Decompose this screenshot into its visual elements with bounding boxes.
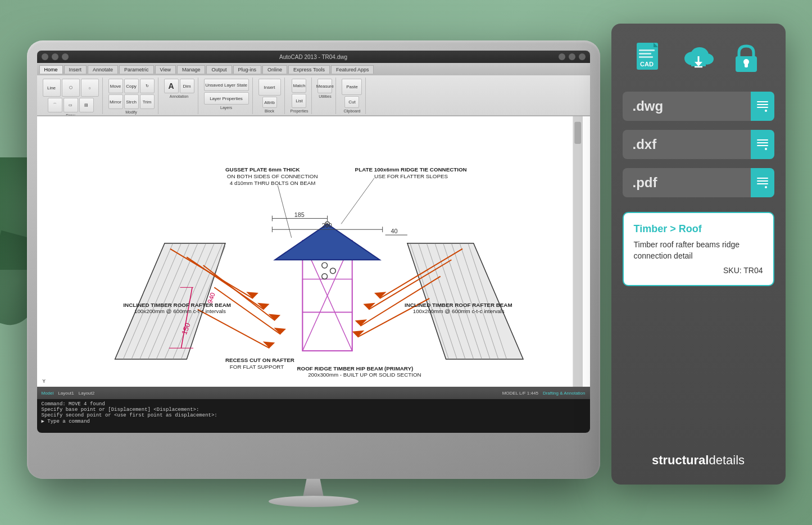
ribbon-btn-hatch[interactable]: ▤ bbox=[79, 98, 94, 112]
svg-text:RECESS CUT ON RAFTER: RECESS CUT ON RAFTER bbox=[225, 357, 294, 363]
icons-row: CAD bbox=[623, 40, 774, 77]
autocad-ribbon: Home Insert Annotate Parametric View Man… bbox=[37, 63, 590, 116]
ribbon-row-2: ⌒ ▭ ▤ bbox=[48, 98, 94, 112]
ribbon-row-3: Move Copy ↻ bbox=[108, 79, 155, 93]
tab-view[interactable]: View bbox=[155, 65, 176, 74]
autocad-titlebar: AutoCAD 2013 - TR04.dwg bbox=[37, 51, 590, 63]
ribbon-btn-cut[interactable]: Cut bbox=[344, 96, 359, 108]
lock-icon[interactable] bbox=[728, 40, 764, 77]
ribbon-btn-move[interactable]: Move bbox=[108, 79, 123, 93]
command-line-4[interactable]: ▶ Type a command bbox=[42, 418, 586, 424]
titlebar-btn-3 bbox=[62, 53, 69, 60]
ribbon-btn-arc[interactable]: ⌒ bbox=[48, 98, 62, 112]
autocad-commandline: Command: MOVE 4 found Specify base point… bbox=[37, 399, 590, 433]
info-card: Timber > Roof Timber roof rafter beams r… bbox=[623, 212, 774, 286]
layout2-tab[interactable]: Layout2 bbox=[79, 391, 94, 396]
main-layout: AutoCAD 2013 - TR04.dwg Home Insert Anno… bbox=[27, 40, 786, 485]
ribbon-group-utilities: Measure Utilities bbox=[314, 78, 336, 114]
stand-neck bbox=[297, 479, 330, 496]
ribbon-btn-paste[interactable]: Paste bbox=[342, 79, 362, 95]
ribbon-group-annotation: A Dim Annotation bbox=[161, 78, 198, 114]
autocad-ui: AutoCAD 2013 - TR04.dwg Home Insert Anno… bbox=[37, 51, 590, 433]
tab-dot-1 bbox=[765, 110, 767, 112]
tab-line-9 bbox=[757, 183, 768, 184]
autocad-statusbar: Model Layout1 Layout2 MODEL L/F 1:445 Dr… bbox=[37, 387, 590, 399]
ribbon-label-layers: Layers bbox=[220, 106, 232, 110]
dxf-label: .dxf bbox=[623, 137, 751, 152]
tab-insert[interactable]: Insert bbox=[64, 65, 87, 74]
tab-featured[interactable]: Featured Apps bbox=[331, 65, 374, 74]
tab-online[interactable]: Online bbox=[262, 65, 287, 74]
dwg-button[interactable]: .dwg bbox=[623, 92, 774, 121]
titlebar-btn-2 bbox=[52, 53, 58, 60]
layout1-tab[interactable]: Layout1 bbox=[58, 391, 74, 396]
monitor: AutoCAD 2013 - TR04.dwg Home Insert Anno… bbox=[27, 40, 600, 479]
monitor-screen: AutoCAD 2013 - TR04.dwg Home Insert Anno… bbox=[37, 51, 590, 433]
ribbon-btn-layer-props[interactable]: Layer Properties bbox=[204, 92, 249, 105]
tab-line-8 bbox=[757, 180, 768, 182]
ribbon-btn-stretch[interactable]: Strch bbox=[124, 94, 139, 109]
ribbon-btn-copy[interactable]: Copy bbox=[124, 79, 139, 93]
svg-text:200x300mm - BUILT UP OR SOLID : 200x300mm - BUILT UP OR SOLID SECTION bbox=[308, 372, 421, 378]
ribbon-btn-insert[interactable]: Insert bbox=[258, 79, 281, 96]
svg-text:CAD: CAD bbox=[640, 61, 654, 67]
info-description: Timber roof rafter beams ridge connectio… bbox=[634, 239, 763, 261]
ribbon-btn-text[interactable]: A bbox=[164, 79, 179, 93]
tab-parametric[interactable]: Parametric bbox=[119, 65, 154, 74]
ribbon-btn-circle[interactable]: ○ bbox=[81, 79, 99, 97]
ribbon-group-layers: Unsaved Layer State Layer Properties Lay… bbox=[201, 78, 253, 114]
tab-dot-3 bbox=[765, 186, 767, 188]
ribbon-group-block: Insert Attrib Block bbox=[255, 78, 285, 114]
tab-home[interactable]: Home bbox=[39, 65, 63, 74]
svg-text:PLATE 100x6mm RIDGE TIE CONNEC: PLATE 100x6mm RIDGE TIE CONNECTION bbox=[355, 166, 466, 173]
ribbon-btn-mirror[interactable]: Mirror bbox=[108, 94, 123, 109]
ribbon-tabs: Home Insert Annotate Parametric View Man… bbox=[37, 63, 590, 75]
ribbon-btn-match-prop[interactable]: Match bbox=[292, 79, 306, 93]
brand-regular: details bbox=[709, 453, 745, 467]
autocad-canvas[interactable]: 150 940 185 bbox=[37, 116, 590, 387]
tab-annotate[interactable]: Annotate bbox=[88, 65, 118, 74]
titlebar-btn-5 bbox=[569, 53, 575, 60]
ribbon-btn-list-prop[interactable]: List bbox=[292, 94, 306, 108]
svg-text:ON BOTH SIDES OF CONNECTION: ON BOTH SIDES OF CONNECTION bbox=[226, 173, 317, 179]
cad-svg: 150 940 185 bbox=[37, 116, 590, 387]
cad-file-icon[interactable]: CAD bbox=[632, 40, 669, 77]
right-panel: CAD bbox=[611, 24, 786, 485]
tab-line-7 bbox=[757, 178, 768, 179]
titlebar-btn-6 bbox=[579, 53, 586, 60]
ribbon-btn-line[interactable]: Line bbox=[43, 79, 61, 97]
pdf-tab-lines bbox=[757, 178, 768, 188]
ribbon-btn-polyline[interactable]: ⬡ bbox=[62, 79, 80, 97]
ribbon-btn-attrib[interactable]: Attrib bbox=[262, 97, 277, 108]
ribbon-label-clipboard: Clipboard bbox=[343, 109, 360, 113]
tab-plugins[interactable]: Plug-ins bbox=[233, 65, 262, 74]
svg-text:200: 200 bbox=[321, 222, 332, 229]
tab-manage[interactable]: Manage bbox=[177, 65, 206, 74]
ribbon-row-5: A Dim bbox=[164, 79, 194, 93]
pdf-button[interactable]: .pdf bbox=[623, 168, 774, 197]
dxf-button[interactable]: .dxf bbox=[623, 130, 774, 159]
dwg-label: .dwg bbox=[623, 98, 751, 114]
ribbon-btn-rect[interactable]: ▭ bbox=[63, 98, 78, 112]
coordinate-display: Y bbox=[43, 379, 46, 384]
ribbon-btn-trim[interactable]: Trim bbox=[140, 94, 155, 109]
svg-rect-82 bbox=[639, 53, 651, 55]
model-tab[interactable]: Model bbox=[42, 391, 54, 396]
tab-line-6 bbox=[757, 145, 768, 146]
svg-rect-81 bbox=[639, 49, 655, 51]
cloud-download-icon[interactable] bbox=[680, 40, 716, 77]
tab-output[interactable]: Output bbox=[206, 65, 232, 74]
ribbon-label-modify: Modify bbox=[125, 110, 137, 114]
autocad-title: AutoCAD 2013 - TR04.dwg bbox=[72, 54, 555, 60]
dwg-tab bbox=[751, 92, 774, 121]
pdf-label: .pdf bbox=[623, 175, 751, 191]
dwg-tab-lines bbox=[757, 101, 768, 112]
ribbon-btn-dim[interactable]: Dim bbox=[180, 79, 194, 93]
tab-line-4 bbox=[757, 139, 768, 141]
ribbon-btn-measure[interactable]: Measure bbox=[317, 79, 332, 93]
ribbon-btn-layers[interactable]: Unsaved Layer State bbox=[204, 79, 249, 91]
svg-text:FOR FLAT SUPPORT: FOR FLAT SUPPORT bbox=[229, 364, 283, 370]
brand-text: structuraldetails bbox=[623, 453, 774, 468]
tab-express[interactable]: Express Tools bbox=[288, 65, 330, 74]
ribbon-btn-rotate[interactable]: ↻ bbox=[140, 79, 155, 93]
